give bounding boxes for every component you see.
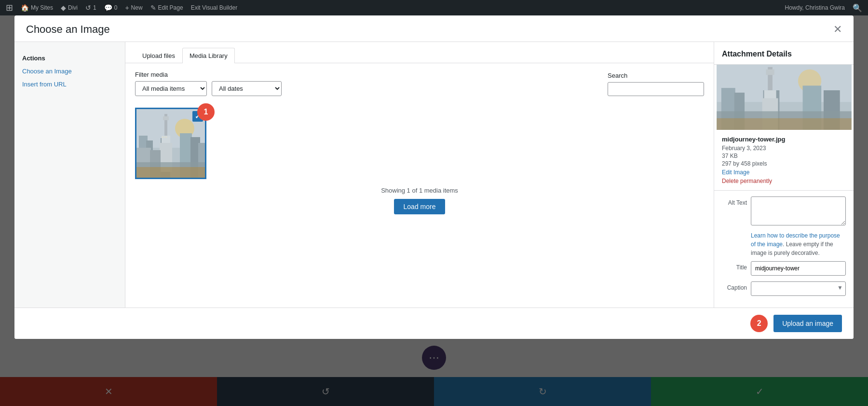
search-label: Search bbox=[608, 72, 704, 79]
edit-image-link[interactable]: Edit Image bbox=[722, 169, 846, 176]
caption-wrapper: ▼ bbox=[751, 281, 846, 296]
refresh-icon: ↺ bbox=[85, 4, 91, 12]
comment-icon: 💬 bbox=[104, 4, 112, 12]
search-icon[interactable]: 🔍 bbox=[853, 3, 862, 13]
alt-text-label: Alt Text bbox=[722, 196, 747, 206]
svg-rect-10 bbox=[163, 116, 169, 120]
attachment-filename: midjourney-tower.jpg bbox=[722, 136, 846, 143]
bar-counter[interactable]: ↺ 1 bbox=[85, 4, 96, 12]
bar-exit-vb[interactable]: Exit Visual Builder bbox=[191, 4, 238, 11]
footer-badge-2: 2 bbox=[750, 315, 768, 332]
dialog-footer: 2 Upload an image bbox=[14, 308, 854, 339]
admin-bar-right: Howdy, Christina Gwira 🔍 bbox=[785, 3, 862, 13]
load-more-button[interactable]: Load more bbox=[394, 199, 446, 214]
dialog-body: Actions Choose an Image Insert from URL … bbox=[14, 42, 854, 308]
caption-label: Caption bbox=[722, 281, 747, 291]
dialog-close-button[interactable]: ✕ bbox=[833, 24, 842, 35]
pencil-icon: ✎ bbox=[150, 4, 156, 12]
svg-rect-18 bbox=[164, 137, 165, 138]
media-grid: ✓ 1 bbox=[135, 108, 704, 179]
divi-icon: ◆ bbox=[61, 4, 66, 12]
sidebar-actions-title: Actions bbox=[14, 52, 125, 65]
delete-permanently-link[interactable]: Delete permanently bbox=[722, 178, 846, 184]
svg-rect-16 bbox=[136, 167, 205, 178]
caption-row: Caption ▼ bbox=[722, 281, 846, 296]
dialog-header: Choose an Image ✕ bbox=[14, 15, 854, 42]
tab-media-library[interactable]: Media Library bbox=[182, 48, 235, 63]
bar-edit-page[interactable]: ✎ Edit Page bbox=[150, 4, 183, 12]
media-badge-1: 1 bbox=[197, 103, 215, 121]
attachment-filesize: 37 KB bbox=[722, 153, 846, 159]
wp-logo-icon[interactable]: ⊞ bbox=[6, 2, 13, 13]
bar-new[interactable]: + New bbox=[125, 4, 142, 12]
plus-icon: + bbox=[125, 4, 129, 12]
svg-rect-17 bbox=[162, 137, 163, 138]
media-count: Showing 1 of 1 media items bbox=[381, 187, 458, 194]
bar-comments[interactable]: 💬 0 bbox=[104, 4, 118, 12]
search-input[interactable] bbox=[608, 82, 704, 96]
alt-text-hint: Learn how to describe the purpose of the… bbox=[751, 231, 846, 257]
sidebar-insert-url-link[interactable]: Insert from URL bbox=[14, 78, 125, 91]
media-type-filter-group: Filter media All media items Images Audi… bbox=[135, 71, 207, 96]
attachment-date: February 3, 2023 bbox=[722, 145, 846, 152]
svg-rect-33 bbox=[717, 118, 852, 130]
attachment-panel-title: Attachment Details bbox=[714, 42, 854, 65]
title-label: Title bbox=[722, 261, 747, 271]
media-type-select[interactable]: All media items Images Audio Video bbox=[135, 81, 207, 96]
svg-rect-19 bbox=[166, 137, 167, 138]
alt-text-row: Alt Text bbox=[722, 196, 846, 225]
attachment-fields: Alt Text Learn how to describe the purpo… bbox=[714, 191, 854, 308]
search-group: Search bbox=[608, 72, 704, 96]
user-greeting: Howdy, Christina Gwira bbox=[785, 4, 845, 11]
date-select[interactable]: All dates January 2023 February 2023 bbox=[212, 81, 282, 96]
dialog-sidebar: Actions Choose an Image Insert from URL bbox=[14, 42, 125, 308]
bar-divi[interactable]: ◆ Divi bbox=[61, 4, 78, 12]
dialog-tabs: Upload files Media Library bbox=[125, 42, 714, 63]
title-input[interactable] bbox=[751, 261, 846, 276]
filter-bar: Filter media All media items Images Audi… bbox=[125, 63, 714, 102]
title-row: Title bbox=[722, 261, 846, 276]
date-filter-group: All dates January 2023 February 2023 bbox=[212, 71, 282, 96]
attachment-thumbnail bbox=[714, 65, 854, 130]
dialog-title: Choose an Image bbox=[26, 23, 110, 36]
sidebar-choose-image-link[interactable]: Choose an Image bbox=[14, 65, 125, 78]
caption-input[interactable] bbox=[751, 281, 846, 296]
tab-upload-files[interactable]: Upload files bbox=[135, 48, 182, 63]
upload-image-button[interactable]: Upload an image bbox=[773, 315, 842, 332]
choose-image-dialog: Choose an Image ✕ Actions Choose an Imag… bbox=[14, 15, 854, 339]
attachment-details-panel: Attachment Details midjourney bbox=[714, 42, 854, 308]
attachment-dimensions: 297 by 458 pixels bbox=[722, 160, 846, 167]
attachment-meta: midjourney-tower.jpg February 3, 2023 37… bbox=[714, 130, 854, 191]
dialog-main: Upload files Media Library Filter media … bbox=[125, 42, 714, 308]
alt-text-input[interactable] bbox=[751, 196, 846, 225]
wp-admin-bar: ⊞ 🏠 My Sites ◆ Divi ↺ 1 💬 0 + New ✎ Edit… bbox=[0, 0, 868, 15]
media-item[interactable]: ✓ 1 bbox=[135, 108, 206, 179]
svg-rect-29 bbox=[766, 70, 774, 75]
bar-my-sites[interactable]: 🏠 My Sites bbox=[21, 4, 53, 12]
home-icon: 🏠 bbox=[21, 4, 29, 12]
media-grid-area: ✓ 1 Showing 1 of 1 media items Load more bbox=[125, 102, 714, 308]
filter-media-label: Filter media bbox=[135, 71, 207, 78]
